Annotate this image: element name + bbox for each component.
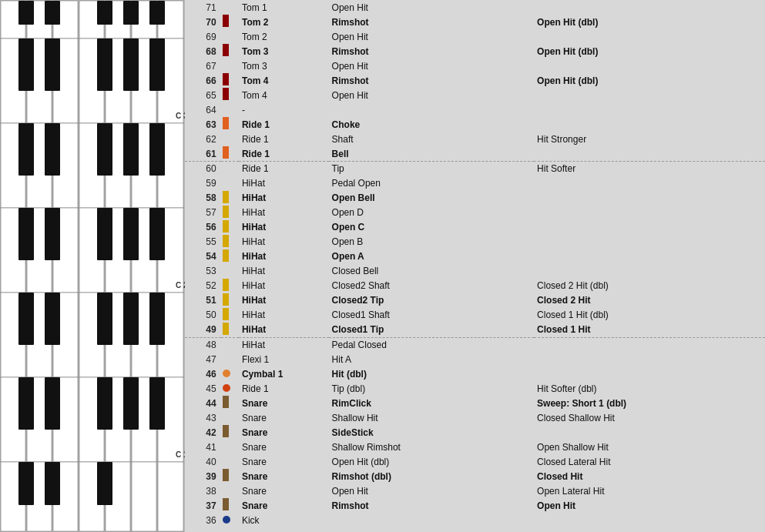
table-row[interactable]: 64- <box>185 102 765 117</box>
svg-rect-33 <box>18 123 34 176</box>
midi-number: 58 <box>185 191 221 206</box>
articulation: Shallow Rimshot <box>329 440 535 454</box>
table-row[interactable]: 65Tom 4Open Hit <box>185 88 765 102</box>
svg-rect-71 <box>45 377 60 430</box>
table-row[interactable]: 45Ride 1Tip (dbl)Hit Softer (dbl) <box>185 381 765 396</box>
midi-table: 71Tom 1Open Hit70Tom 2RimshotOpen Hit (d… <box>185 0 765 532</box>
instrument-name: Ride 1 <box>239 381 329 396</box>
table-row[interactable]: 54HiHatOpen A <box>185 249 765 264</box>
color-indicator <box>221 88 239 102</box>
table-row[interactable]: 68Tom 3RimshotOpen Hit (dbl) <box>185 44 765 59</box>
articulation: Choke <box>329 117 535 132</box>
table-row[interactable]: 52HiHatClosed2 ShaftClosed 2 Hit (dbl) <box>185 279 765 293</box>
table-row[interactable]: 39SnareRimshot (dbl)Closed Hit <box>185 469 765 483</box>
extra-info: Closed 1 Hit (dbl) <box>534 308 765 323</box>
extra-info <box>534 59 765 73</box>
extra-info <box>534 146 765 162</box>
color-indicator <box>221 29 239 44</box>
table-row[interactable]: 42SnareSideStick <box>185 425 765 440</box>
extra-info: Closed 2 Hit <box>534 293 765 308</box>
table-row[interactable]: 37SnareRimshotOpen Hit <box>185 498 765 513</box>
table-row[interactable]: 46Cymbal 1Hit (dbl) <box>185 366 765 381</box>
articulation: Rimshot <box>329 73 535 88</box>
svg-rect-20 <box>18 38 34 91</box>
svg-rect-22 <box>97 38 112 91</box>
table-row[interactable]: 61Ride 1Bell <box>185 146 765 162</box>
table-row[interactable]: 44SnareRimClickSweep: Short 1 (dbl) <box>185 396 765 410</box>
midi-number: 53 <box>185 264 221 279</box>
table-row[interactable]: 55HiHatOpen B <box>185 235 765 249</box>
midi-number: 44 <box>185 396 221 410</box>
svg-rect-47 <box>97 208 112 260</box>
articulation: Open Hit <box>329 483 535 498</box>
extra-info: Closed Shallow Hit <box>534 410 765 425</box>
table-row[interactable]: 40SnareOpen Hit (dbl)Closed Lateral Hit <box>185 454 765 469</box>
instrument-name: Ride 1 <box>239 132 329 146</box>
table-row[interactable]: 69Tom 2Open Hit <box>185 29 765 44</box>
articulation: Open Hit <box>329 59 535 73</box>
midi-number: 59 <box>185 176 221 191</box>
table-row[interactable]: 71Tom 1Open Hit <box>185 0 765 15</box>
table-row[interactable]: 60Ride 1TipHit Softer <box>185 162 765 176</box>
svg-rect-74 <box>149 377 165 430</box>
midi-number: 64 <box>185 102 221 117</box>
svg-text:C 2: C 2 <box>176 281 185 289</box>
table-row[interactable]: 53HiHatClosed Bell <box>185 264 765 279</box>
instrument-name: Snare <box>239 396 329 410</box>
color-indicator <box>221 352 239 366</box>
midi-number: 54 <box>185 249 221 264</box>
midi-number: 67 <box>185 59 221 73</box>
articulation: Open Hit <box>329 0 535 15</box>
table-row[interactable]: 48HiHatPedal Closed <box>185 337 765 352</box>
articulation: Pedal Open <box>329 176 535 191</box>
table-row[interactable]: 43SnareShallow HitClosed Shallow Hit <box>185 410 765 425</box>
table-row[interactable]: 57HiHatOpen D <box>185 206 765 220</box>
table-row[interactable]: 47Flexi 1Hit A <box>185 352 765 366</box>
instrument-name: Ride 1 <box>239 146 329 162</box>
instrument-name: Snare <box>239 410 329 425</box>
table-row[interactable]: 38SnareOpen HitOpen Lateral Hit <box>185 483 765 498</box>
svg-rect-34 <box>45 123 60 176</box>
articulation: Rimshot (dbl) <box>329 469 535 483</box>
instrument-name: HiHat <box>239 235 329 249</box>
articulation: SideStick <box>329 425 535 440</box>
table-row[interactable]: 58HiHatOpen Bell <box>185 191 765 206</box>
articulation: Tip <box>329 162 535 176</box>
svg-rect-12 <box>149 1 165 25</box>
color-indicator <box>221 469 239 483</box>
table-row[interactable]: 36Kick <box>185 513 765 527</box>
table-row[interactable]: 56HiHatOpen C <box>185 220 765 235</box>
articulation: Shaft <box>329 132 535 146</box>
table-row[interactable]: 67Tom 3Open Hit <box>185 59 765 73</box>
extra-info: Closed 2 Hit (dbl) <box>534 279 765 293</box>
svg-rect-60 <box>97 293 112 345</box>
color-indicator <box>221 308 239 323</box>
instrument-name: Snare <box>239 469 329 483</box>
svg-text:C 1: C 1 <box>176 450 185 459</box>
instrument-name: Tom 2 <box>239 15 329 29</box>
table-row[interactable]: 50HiHatClosed1 ShaftClosed 1 Hit (dbl) <box>185 308 765 323</box>
articulation: Closed1 Shaft <box>329 308 535 323</box>
midi-number: 61 <box>185 146 221 162</box>
table-row[interactable]: 41SnareShallow RimshotOpen Shallow Hit <box>185 440 765 454</box>
midi-number: 37 <box>185 498 221 513</box>
svg-rect-9 <box>45 1 60 25</box>
extra-info <box>534 102 765 117</box>
instrument-name: Kick <box>239 513 329 527</box>
instrument-name: Tom 1 <box>239 0 329 15</box>
table-row[interactable]: 63Ride 1Choke <box>185 117 765 132</box>
table-row[interactable]: 66Tom 4RimshotOpen Hit (dbl) <box>185 73 765 88</box>
instrument-name: Tom 3 <box>239 59 329 73</box>
color-indicator <box>221 176 239 191</box>
table-row[interactable]: 70Tom 2RimshotOpen Hit (dbl) <box>185 15 765 29</box>
color-indicator <box>221 323 239 338</box>
table-row[interactable]: 62Ride 1ShaftHit Stronger <box>185 132 765 146</box>
color-indicator <box>221 425 239 440</box>
extra-info: Hit Softer <box>534 162 765 176</box>
table-row[interactable]: 49HiHatClosed1 TipClosed 1 Hit <box>185 323 765 338</box>
svg-rect-70 <box>18 377 34 430</box>
table-row[interactable]: 59HiHatPedal Open <box>185 176 765 191</box>
instrument-name: Cymbal 1 <box>239 366 329 381</box>
midi-number: 51 <box>185 293 221 308</box>
table-row[interactable]: 51HiHatClosed2 TipClosed 2 Hit <box>185 293 765 308</box>
